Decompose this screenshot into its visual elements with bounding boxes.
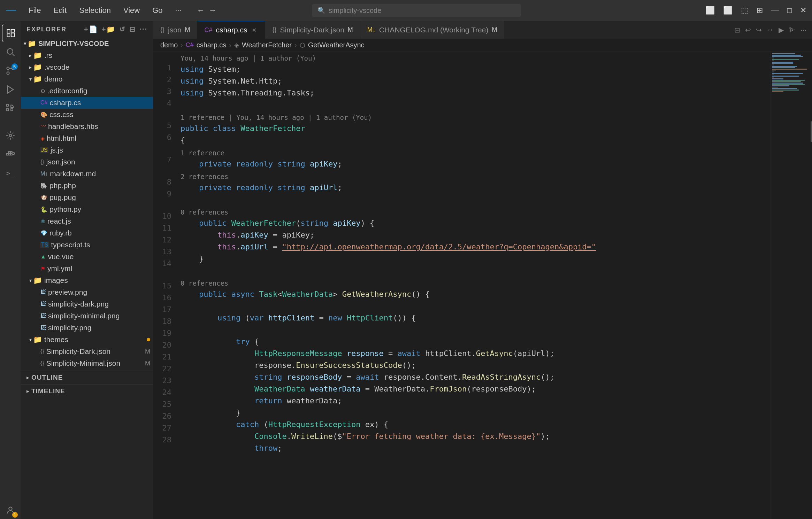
tree-root[interactable]: ▾ 📁 SIMPLICITY-VSCODE: [21, 38, 153, 49]
php-label: php.php: [49, 181, 76, 190]
tree-item-handlebars[interactable]: 〰 handlebars.hbs: [21, 121, 153, 132]
css-file-icon: 🎨: [40, 111, 47, 118]
tab-json[interactable]: {} json M: [153, 21, 198, 39]
new-file-icon[interactable]: +📄: [84, 25, 98, 33]
collapse-all-icon[interactable]: ⊟: [129, 25, 136, 33]
refresh-icon[interactable]: ↺: [119, 25, 126, 33]
extensions-activity-icon[interactable]: [2, 100, 19, 117]
rs-label: .rs: [44, 51, 52, 60]
navigate-icon[interactable]: ↔: [767, 26, 774, 34]
svg-rect-12: [11, 109, 13, 111]
tab-csharp[interactable]: C# csharp.cs ✕: [198, 21, 266, 39]
code-content[interactable]: You, 14 hours ago | 1 author (You) using…: [177, 52, 770, 519]
undo-icon[interactable]: ↩: [745, 26, 751, 34]
account-activity-icon[interactable]: 1: [2, 502, 19, 519]
search-activity-icon[interactable]: [2, 43, 19, 61]
search-bar[interactable]: 🔍 simplicity-vscode: [312, 4, 521, 17]
customize-layout-icon[interactable]: ⊞: [757, 6, 763, 15]
outline-label: OUTLINE: [31, 374, 63, 381]
open-changes-icon[interactable]: ▶: [779, 26, 784, 34]
new-folder-icon[interactable]: +📁: [102, 25, 116, 33]
tree-item-markdown[interactable]: M↓ markdown.md: [21, 168, 153, 180]
outline-section-header[interactable]: ▸ OUTLINE: [21, 371, 153, 384]
tree-item-csharp[interactable]: C# csharp.cs: [21, 97, 153, 109]
breadcrumb-weatherfetcher[interactable]: WeatherFetcher: [242, 41, 292, 49]
tree-item-simplicity-minimal-png[interactable]: 🖼 simplicity-minimal.png: [21, 310, 153, 322]
layout-icon[interactable]: ⬚: [741, 6, 748, 15]
menu-view[interactable]: View: [118, 5, 145, 16]
nav-forward-button[interactable]: →: [209, 6, 216, 15]
tree-item-themes[interactable]: ▾ 📁 themes: [21, 334, 153, 346]
sd-json-icon: {}: [40, 348, 44, 355]
tree-item-yml[interactable]: ⚑ yml.yml: [21, 263, 153, 274]
tree-item-js[interactable]: JS js.js: [21, 144, 153, 156]
menu-more[interactable]: ···: [170, 5, 187, 16]
code-line-14: [181, 265, 770, 277]
window-controls: ⬜ ⬜ ⬚ ⊞ — □ ✕: [705, 6, 806, 15]
demo-label: demo: [44, 75, 63, 83]
tree-item-rs[interactable]: ▸ 📁 .rs: [21, 49, 153, 61]
sd-tab-label: Simplicity-Dark.json: [280, 26, 344, 34]
menu-file[interactable]: File: [23, 5, 46, 16]
docker-activity-icon[interactable]: [2, 146, 19, 163]
typescript-label: typescript.ts: [51, 241, 90, 249]
breadcrumb-getweatherasync[interactable]: GetWeatherAsync: [308, 41, 365, 49]
tree-item-editorconfig[interactable]: ⚙ .editorconfig: [21, 85, 153, 97]
search-text: simplicity-vscode: [329, 7, 381, 15]
tree-item-vscode[interactable]: ▸ 📁 .vscode: [21, 61, 153, 73]
explorer-activity-icon[interactable]: [2, 24, 19, 42]
source-control-activity-icon[interactable]: 5: [2, 62, 19, 79]
nav-back-button[interactable]: ←: [197, 6, 205, 15]
tree-item-simplicity-dark-json[interactable]: {} Simplicity-Dark.json M: [21, 346, 153, 357]
menu-go[interactable]: Go: [147, 5, 168, 16]
csharp-tab-close[interactable]: ✕: [251, 26, 258, 34]
themes-label: themes: [44, 335, 68, 344]
tab-simplicity-dark[interactable]: {} Simplicity-Dark.json M: [265, 21, 360, 39]
menu-edit[interactable]: Edit: [48, 5, 72, 16]
terminal-activity-icon[interactable]: >_: [2, 164, 19, 182]
blame-annotation: You, 14 hours ago | 1 author (You): [181, 53, 770, 63]
tree-item-json[interactable]: {} json.json: [21, 156, 153, 168]
split-right-icon[interactable]: ⫸: [789, 26, 796, 34]
code-line-13: }: [181, 253, 770, 265]
tree-item-ruby[interactable]: 💎 ruby.rb: [21, 227, 153, 239]
panel-toggle-icon[interactable]: ⬜: [723, 6, 733, 15]
timeline-section-header[interactable]: ▸ TIMELINE: [21, 384, 153, 398]
themes-folder-icon: 📁: [33, 335, 42, 344]
maximize-button[interactable]: □: [787, 6, 792, 15]
tree-item-vue[interactable]: ▲ vue.vue: [21, 251, 153, 263]
changelog-tab-modified: M: [492, 26, 497, 33]
json-tab-label: json: [168, 26, 182, 34]
editor-more-icon[interactable]: ···: [800, 26, 806, 34]
redo-icon[interactable]: ↪: [756, 26, 762, 34]
breadcrumb-class-icon: ◈: [234, 41, 239, 49]
tree-item-simplicity-png[interactable]: 🖼 simplicity.png: [21, 322, 153, 334]
sidebar-more-icon[interactable]: ···: [139, 25, 147, 33]
minimize-button[interactable]: —: [771, 6, 779, 15]
tree-item-react[interactable]: ⚛ react.js: [21, 215, 153, 227]
tab-changelog[interactable]: M↓ CHANGELOG.md (Working Tree) M: [360, 21, 505, 39]
breadcrumb-csharp[interactable]: csharp.cs: [197, 41, 227, 49]
sm-json-label: Simplicity-Minimal.json: [46, 359, 120, 367]
vscode-label: .vscode: [44, 63, 69, 71]
tree-item-images[interactable]: ▾ 📁 images: [21, 274, 153, 286]
tree-item-php[interactable]: 🐘 php.php: [21, 180, 153, 192]
tree-item-simplicity-dark-png[interactable]: 🖼 simplicity-dark.png: [21, 298, 153, 310]
tree-item-demo[interactable]: ▾ 📁 demo: [21, 73, 153, 85]
tree-item-pug[interactable]: 🐶 pug.pug: [21, 192, 153, 203]
sidebar-toggle-icon[interactable]: ⬜: [705, 6, 715, 15]
outline-arrow-icon: ▸: [26, 375, 29, 380]
split-editor-icon[interactable]: ⊟: [734, 26, 740, 34]
run-debug-activity-icon[interactable]: [2, 81, 19, 98]
breadcrumb-demo[interactable]: demo: [160, 41, 178, 49]
tree-item-simplicity-minimal-json[interactable]: {} Simplicity-Minimal.json M: [21, 357, 153, 369]
tree-item-css[interactable]: 🎨 css.css: [21, 109, 153, 121]
menu-selection[interactable]: Selection: [74, 5, 116, 16]
close-button[interactable]: ✕: [800, 6, 806, 15]
demo-folder-icon: 📁: [33, 75, 42, 83]
tree-item-typescript[interactable]: TS typescript.ts: [21, 239, 153, 251]
tree-item-html[interactable]: ◈ html.html: [21, 132, 153, 144]
tree-item-python[interactable]: 🐍 python.py: [21, 203, 153, 215]
remote-activity-icon[interactable]: [2, 127, 19, 144]
tree-item-preview-png[interactable]: 🖼 preview.png: [21, 286, 153, 298]
